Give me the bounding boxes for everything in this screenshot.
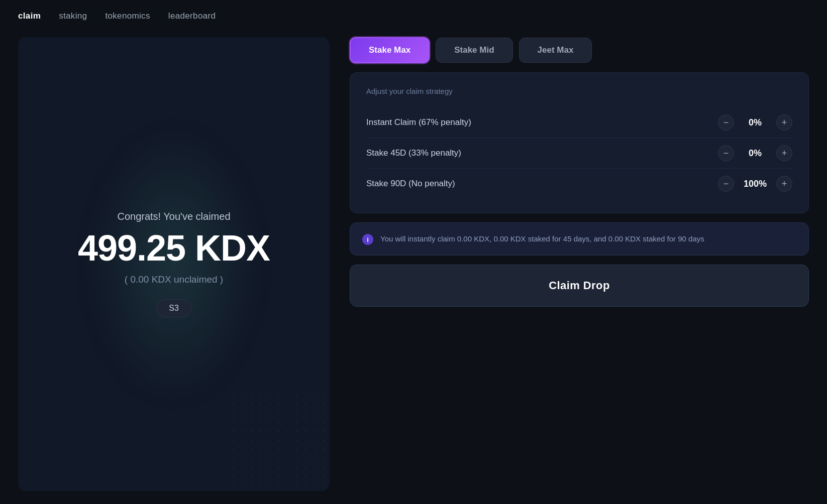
instant-claim-controls: − 0% + [718, 114, 792, 131]
right-panel: Stake Max Stake Mid Jeet Max Adjust your… [330, 37, 809, 491]
claim-card: Congrats! You've claimed 499.25 KDX ( 0.… [18, 37, 330, 491]
claim-content: Congrats! You've claimed 499.25 KDX ( 0.… [78, 211, 270, 317]
strategy-row-90d: Stake 90D (No penalty) − 100% + [366, 169, 792, 199]
strategy-tabs: Stake Max Stake Mid Jeet Max [350, 37, 809, 63]
strategy-row-instant: Instant Claim (67% penalty) − 0% + [366, 107, 792, 138]
kdx-amount: 499.25 KDX [78, 228, 270, 268]
stake-90d-minus[interactable]: − [718, 176, 734, 192]
stake-45d-plus[interactable]: + [776, 145, 792, 161]
tab-stake-mid[interactable]: Stake Mid [436, 38, 512, 63]
tab-jeet-max[interactable]: Jeet Max [519, 38, 592, 63]
claim-drop-button[interactable]: Claim Drop [350, 265, 809, 307]
navbar: claim staking tokenomics leaderboard [0, 0, 827, 32]
nav-tokenomics[interactable]: tokenomics [105, 11, 150, 21]
stake-45d-value: 0% [742, 148, 768, 159]
stake-90d-plus[interactable]: + [776, 176, 792, 192]
instant-claim-value: 0% [742, 117, 768, 128]
nav-claim[interactable]: claim [18, 11, 41, 21]
strategy-panel: Adjust your claim strategy Instant Claim… [350, 72, 809, 213]
stake-45d-controls: − 0% + [718, 145, 792, 161]
congrats-text: Congrats! You've claimed [117, 211, 230, 222]
info-icon: i [362, 234, 373, 245]
stake-90d-value: 100% [742, 179, 768, 189]
nav-staking[interactable]: staking [59, 11, 87, 21]
instant-claim-label: Instant Claim (67% penalty) [366, 117, 471, 128]
stake-45d-label: Stake 45D (33% penalty) [366, 148, 461, 158]
info-text: You will instantly claim 0.00 KDX, 0.00 … [380, 233, 704, 244]
tab-stake-max[interactable]: Stake Max [350, 37, 430, 63]
nav-leaderboard[interactable]: leaderboard [168, 11, 216, 21]
main-layout: Congrats! You've claimed 499.25 KDX ( 0.… [0, 32, 827, 501]
strategy-row-45d: Stake 45D (33% penalty) − 0% + [366, 138, 792, 169]
unclaimed-text: ( 0.00 KDX unclaimed ) [125, 274, 223, 285]
stake-90d-label: Stake 90D (No penalty) [366, 179, 455, 189]
stake-90d-controls: − 100% + [718, 176, 792, 192]
dot-pattern [229, 391, 330, 491]
instant-claim-minus[interactable]: − [718, 114, 734, 131]
stake-45d-minus[interactable]: − [718, 145, 734, 161]
strategy-header: Adjust your claim strategy [366, 87, 792, 95]
season-badge: S3 [156, 299, 191, 317]
instant-claim-plus[interactable]: + [776, 114, 792, 131]
info-box: i You will instantly claim 0.00 KDX, 0.0… [350, 222, 809, 256]
